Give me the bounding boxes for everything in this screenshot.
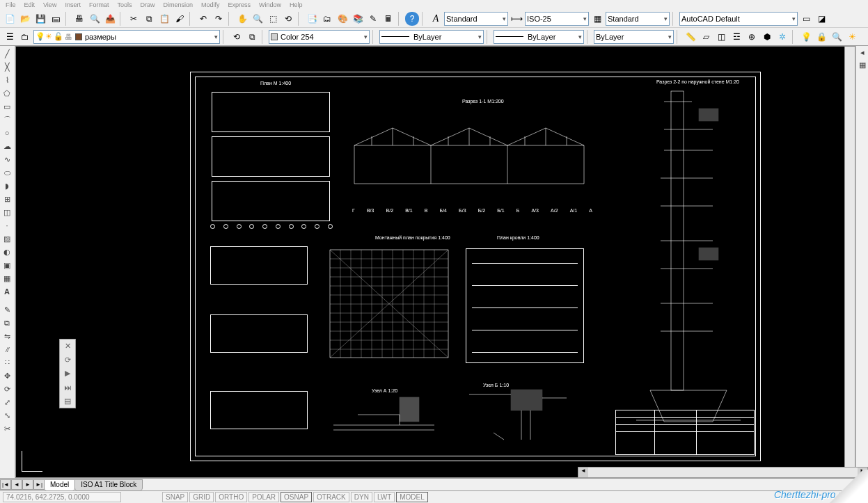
model-viewport[interactable]: План М 1:400 Разрез 1-1 M1:200 Г В/3 В/2 [15,46,855,478]
arc-button[interactable]: ⌒ [1,113,13,126]
insert-button[interactable]: ⊞ [1,193,13,205]
properties-button[interactable]: 📑 [305,12,319,26]
tab-first-button[interactable]: |◄ [0,479,11,490]
palette-close-icon[interactable]: ✕ [60,340,75,353]
table-style-icon[interactable]: ▦ [590,12,604,26]
tool-palette-button[interactable]: 🎨 [336,12,349,26]
menu-express[interactable]: Express [228,1,251,8]
layer-states-button[interactable]: 🗀 [18,30,32,44]
bulb-icon-tb[interactable]: 💡 [799,30,813,44]
markup-button[interactable]: ✎ [366,12,380,26]
right-btn-1[interactable]: ◂ [856,46,868,58]
revcloud-button[interactable]: ☁ [1,140,13,152]
palette-list-icon[interactable]: ▤ [60,394,75,408]
layer-prev-button[interactable]: ⟲ [230,30,244,44]
line-button[interactable]: ╱ [1,47,13,60]
save-button[interactable]: 💾 [33,12,47,26]
zoom-prev-button[interactable]: ⟲ [281,12,295,26]
zoom-win-button[interactable]: ⬚ [266,12,280,26]
sheet-set-button[interactable]: 📚 [351,12,365,26]
sun2-icon[interactable]: ☀ [845,30,859,44]
undo-button[interactable]: ↶ [196,12,210,26]
menu-help[interactable]: Help [290,1,303,8]
menu-format[interactable]: Format [89,1,109,8]
array-button[interactable]: ∷ [1,356,13,369]
xline-button[interactable]: ╳ [1,61,13,73]
list-button[interactable]: ☲ [729,30,743,44]
help-button[interactable]: ? [405,12,419,26]
erase-button[interactable]: ✎ [1,303,13,316]
snap-toggle[interactable]: SNAP [162,492,188,502]
menu-insert[interactable]: Insert [65,1,81,8]
tab-layout1[interactable]: ISO A1 Title Block [74,479,143,490]
gradient-button[interactable]: ◐ [1,246,13,258]
otrack-toggle[interactable]: OTRACK [313,492,349,502]
rotate-button[interactable]: ⟳ [1,383,13,395]
mtext-button[interactable]: A [1,285,13,298]
hatch-button[interactable]: ▨ [1,232,13,245]
menu-edit[interactable]: Edit [24,1,35,8]
block-button[interactable]: ◫ [1,206,13,218]
dim-style-icon[interactable]: ⟼ [510,12,523,26]
grid-toggle[interactable]: GRID [189,492,214,502]
polar-toggle[interactable]: POLAR [248,492,279,502]
calc-button[interactable]: 🖩 [381,12,395,26]
layer-prop-button[interactable]: ☰ [3,30,17,44]
preview-button[interactable]: 🔍 [88,12,102,26]
offset-button[interactable]: ⫽ [1,343,13,356]
lwt-toggle[interactable]: LWT [374,492,395,502]
layer-combo[interactable]: 💡 ☀ 🔓 🖶 размеры [33,30,220,44]
copy-obj-button[interactable]: ⧉ [1,317,13,329]
plotstyle-combo[interactable]: ByLayer [594,30,674,44]
circle-button[interactable]: ○ [1,127,13,139]
area-button[interactable]: ▱ [699,30,713,44]
palette-play-icon[interactable]: ▶ [60,367,75,381]
locate-button[interactable]: ⊕ [745,30,759,44]
zoom-rt-button[interactable]: 🔍 [251,12,265,26]
ucs-2-icon[interactable]: ◪ [814,12,828,26]
ellipse-button[interactable]: ⬭ [1,166,13,179]
padlock-icon[interactable]: 🔒 [814,30,828,44]
palette-refresh-icon[interactable]: ⟳ [60,353,75,367]
table-style-combo[interactable]: Standard [606,12,670,26]
polygon-button[interactable]: ⬠ [1,87,13,99]
plot-button[interactable]: 🖶 [72,12,86,26]
menu-tools[interactable]: Tools [117,1,132,8]
text-style-combo[interactable]: Standard [444,12,508,26]
vertical-scrollbar[interactable] [844,47,855,477]
menu-file[interactable]: File [6,1,16,8]
osnap-toggle[interactable]: OSNAP [281,492,312,502]
saveall-button[interactable]: 🖴 [49,12,63,26]
paste-button[interactable]: 📋 [157,12,171,26]
cut-button[interactable]: ✂ [127,12,141,26]
spline-button[interactable]: ∿ [1,153,13,166]
dim-style-combo[interactable]: ISO-25 [525,12,589,26]
text-style-icon[interactable]: A [429,12,443,26]
pline-button[interactable]: ⌇ [1,74,13,86]
stretch-button[interactable]: ⤡ [1,409,13,422]
dash-button[interactable]: ✲ [775,30,789,44]
layer-filter-button[interactable]: ⧉ [245,30,259,44]
region-button2[interactable]: ▣ [1,259,13,271]
palette-next-icon[interactable]: ⏭ [60,381,75,394]
tab-prev-button[interactable]: ◄ [11,479,22,490]
table-button[interactable]: ▦ [1,272,13,285]
ortho-toggle[interactable]: ORTHO [215,492,247,502]
publish-button[interactable]: 📤 [103,12,117,26]
dyn-toggle[interactable]: DYN [351,492,372,502]
copy-button[interactable]: ⧉ [142,12,156,26]
tab-next-button[interactable]: ► [22,479,33,490]
dcenter-button[interactable]: 🗂 [320,12,334,26]
match-button[interactable]: 🖌 [173,12,187,26]
search-icon[interactable]: 🔍 [830,30,844,44]
menu-dimension[interactable]: Dimension [163,1,193,8]
model-toggle[interactable]: MODEL [396,492,428,502]
redo-button[interactable]: ↷ [212,12,226,26]
lineweight-combo[interactable]: ByLayer [494,30,584,44]
right-btn-2[interactable]: ▦ [856,58,868,71]
move-button[interactable]: ✥ [1,369,13,382]
plot-style-combo[interactable]: AutoCAD Default [679,12,798,26]
dist-button[interactable]: 📏 [684,30,697,44]
new-button[interactable]: 📄 [3,12,17,26]
open-button[interactable]: 📂 [18,12,32,26]
